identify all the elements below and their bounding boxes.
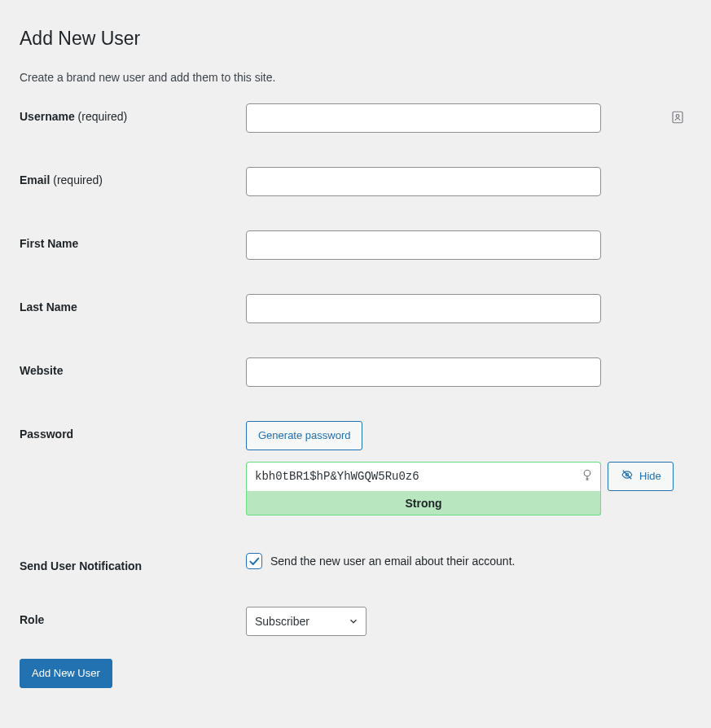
page-title: Add New User — [20, 20, 691, 55]
password-input[interactable] — [246, 462, 601, 491]
send-notification-checkbox[interactable] — [246, 553, 262, 569]
password-label: Password — [20, 421, 246, 441]
username-label: Username (required) — [20, 103, 246, 123]
website-label: Website — [20, 357, 246, 377]
page-subtitle: Create a brand new user and add them to … — [20, 71, 691, 84]
role-select[interactable]: Subscriber — [246, 607, 366, 636]
contact-card-icon — [670, 110, 685, 125]
role-label: Role — [20, 607, 246, 626]
svg-point-1 — [676, 115, 679, 118]
send-notification-description: Send the new user an email about their a… — [270, 555, 515, 568]
email-label: Email (required) — [20, 167, 246, 186]
last-name-input[interactable] — [246, 294, 601, 323]
user-form: Username (required) Email (required) Fir… — [20, 103, 691, 688]
generate-password-button[interactable]: Generate password — [246, 421, 362, 450]
hide-password-button[interactable]: Hide — [608, 462, 674, 491]
key-icon — [580, 468, 595, 483]
password-strength-meter: Strong — [246, 491, 601, 515]
send-notification-label: Send User Notification — [20, 553, 246, 572]
website-input[interactable] — [246, 357, 601, 387]
add-new-user-button[interactable]: Add New User — [20, 659, 112, 688]
email-input[interactable] — [246, 167, 601, 196]
last-name-label: Last Name — [20, 294, 246, 314]
first-name-label: First Name — [20, 230, 246, 250]
username-input[interactable] — [246, 103, 601, 133]
first-name-input[interactable] — [246, 230, 601, 260]
svg-point-2 — [584, 470, 590, 476]
eye-slash-icon — [620, 469, 634, 483]
